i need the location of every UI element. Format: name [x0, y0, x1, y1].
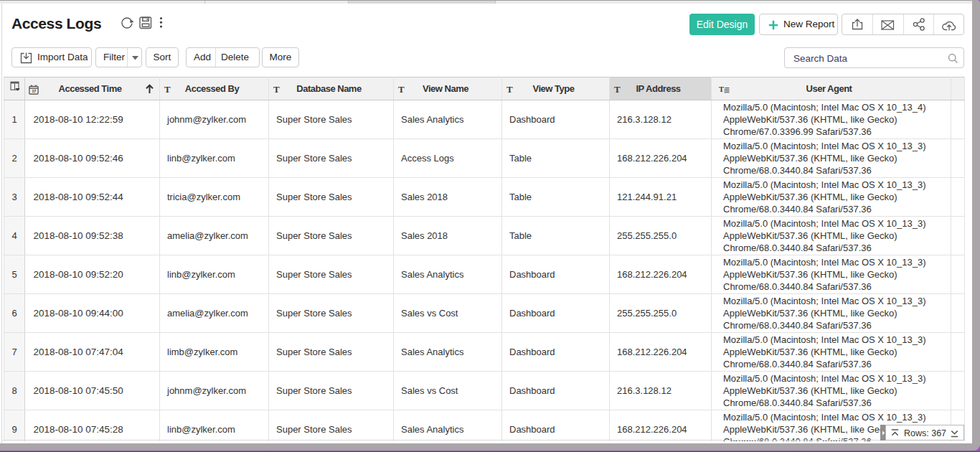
svg-text:17: 17	[32, 89, 37, 93]
